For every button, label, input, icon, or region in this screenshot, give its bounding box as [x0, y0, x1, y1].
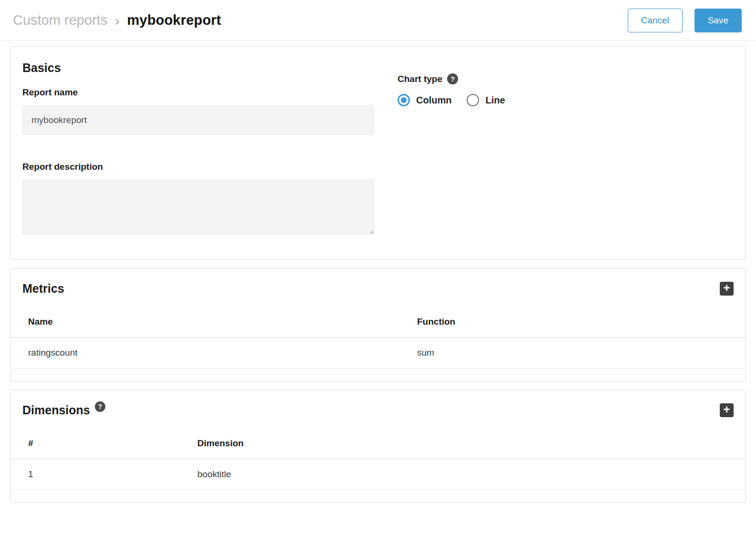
top-bar: Custom reports › mybookreport Cancel Sav…	[0, 0, 756, 41]
metrics-header-row: Name Function	[10, 307, 746, 338]
chart-type-radio-group: Column Line	[398, 94, 505, 106]
main-content: Basics Report name Report description Ch…	[0, 41, 756, 525]
chart-type-option-line[interactable]: Line	[467, 94, 505, 106]
report-name-input[interactable]	[22, 105, 374, 135]
save-button[interactable]: Save	[695, 9, 742, 32]
table-row: 1 booktitle	[10, 459, 746, 490]
metrics-card: Metrics + Name Function ratingscount sum	[10, 268, 746, 381]
dimension-number-cell: 1	[10, 459, 197, 490]
add-dimension-button[interactable]: +	[720, 403, 734, 417]
chart-type-label: Chart type	[398, 74, 442, 84]
dimensions-help-icon[interactable]: ?	[95, 401, 105, 412]
basics-title: Basics	[22, 61, 374, 75]
dimensions-column-dimension: Dimension	[197, 428, 746, 459]
metrics-table: Name Function ratingscount sum	[10, 307, 746, 369]
radio-selected-icon	[398, 94, 410, 106]
page-title: mybookreport	[127, 12, 221, 28]
breadcrumb-parent-link[interactable]: Custom reports	[13, 12, 107, 28]
report-description-label: Report description	[22, 162, 374, 172]
dimensions-column-number: #	[10, 428, 197, 459]
dimensions-table: # Dimension 1 booktitle	[10, 428, 746, 490]
report-description-textarea[interactable]	[22, 179, 374, 235]
breadcrumb: Custom reports › mybookreport	[13, 12, 221, 28]
radio-unselected-icon	[467, 94, 479, 106]
chart-type-option-line-label: Line	[485, 95, 505, 106]
topbar-actions: Cancel Save	[628, 9, 742, 32]
metrics-column-function: Function	[417, 307, 746, 338]
metrics-title: Metrics	[22, 282, 64, 296]
add-metric-button[interactable]: +	[720, 282, 734, 296]
basics-card: Basics Report name Report description Ch…	[10, 46, 746, 260]
metric-name-cell: ratingscount	[10, 338, 417, 369]
metric-function-cell: sum	[417, 338, 746, 369]
table-row: ratingscount sum	[10, 338, 746, 369]
metrics-column-name: Name	[10, 307, 417, 338]
chart-type-option-column[interactable]: Column	[398, 94, 451, 106]
cancel-button[interactable]: Cancel	[628, 9, 683, 32]
report-name-label: Report name	[22, 87, 374, 98]
chevron-right-icon: ›	[115, 13, 119, 28]
dimensions-card: Dimensions ? + # Dimension 1 booktitle	[10, 390, 746, 503]
dimensions-title: Dimensions	[22, 403, 90, 417]
chart-type-help-icon[interactable]: ?	[447, 73, 458, 84]
dimension-name-cell: booktitle	[197, 459, 746, 490]
plus-icon: +	[723, 404, 730, 415]
chart-type-option-column-label: Column	[416, 95, 451, 106]
dimensions-header-row: # Dimension	[10, 428, 746, 459]
plus-icon: +	[723, 282, 730, 294]
